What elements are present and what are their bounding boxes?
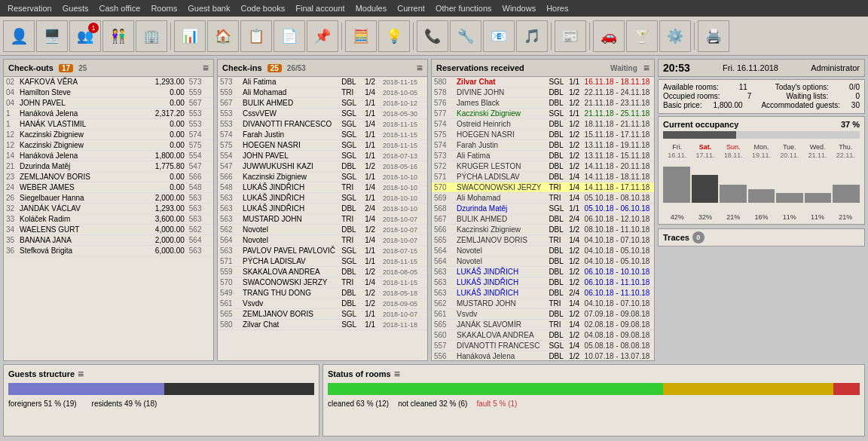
reservation-row[interactable]: 560 SKAKALOVA ANDREA DBL 1/2 04.08.18 - … [432,330,654,341]
reservation-row[interactable]: 566 Kaczinski Zbigniew DBL 1/2 08.10.18 … [432,225,654,235]
menu-modules[interactable]: Modules [351,2,392,14]
checkout-row[interactable]: 14 Hanáková Jelena 1,800.00 554 [4,151,213,161]
reservation-row[interactable]: 569 Ali Mohamad TRI 1/4 05.10.18 - 08.10… [432,193,654,204]
reservation-row[interactable]: 570 SWACONOWSKI JERZY TRI 1/4 14.11.18 -… [432,182,654,193]
menu-current[interactable]: Current [393,2,429,14]
checkin-row[interactable]: 562 Novotel DBL 1/2 2018-10-07 [218,225,427,235]
checkin-row[interactable]: 554 JOHN PAVEL SGL 1/1 2018-07-13 [218,151,427,161]
menu-code-books[interactable]: Code books [237,2,290,14]
checkout-row[interactable]: 02 KAFKOVÁ VĚRA 1,293.00 573 [4,77,213,87]
checkin-row[interactable]: 571 PÝCHA LADISLAV SGL 1/1 2018-11-15 [218,256,427,267]
reservation-row[interactable]: 557 DIVANOTTI FRANCESC SGL 1/4 05.08.18 … [432,341,654,351]
checkout-row[interactable]: 23 ZEMLJANOV BORIS 0.00 566 [4,172,213,182]
reservation-row[interactable]: 571 PÝCHA LADISLAV DBL 1/4 14.11.18 - 18… [432,172,654,182]
toolbar-company-btn[interactable]: 🏢 [136,20,167,52]
checkin-row[interactable]: 573 Ali Fatima DBL 1/2 2018-11-15 [218,77,427,87]
checkin-row[interactable]: 563 LUKÁŠ JINDŘICH SGL 1/1 2018-10-10 [218,193,427,204]
reservation-row[interactable]: 572 KRUGER LESTON DBL 1/2 14.11.18 - 20.… [432,161,654,172]
toolbar-mail-btn[interactable]: 📧 [483,20,515,52]
reservation-row[interactable]: 567 BULIK AHMED DBL 2/4 06.10.18 - 12.10… [432,214,654,225]
reservation-row[interactable]: 556 Hanáková Jelena DBL 1/2 10.07.18 - 1… [432,351,654,361]
reservation-row[interactable]: 564 Novotel DBL 1/2 04.10.18 - 05.10.18 [432,256,654,267]
toolbar-guest-btn[interactable]: 👤 [3,20,35,52]
reservation-row[interactable]: 580 Zilvar Chat SGL 1/1 16.11.18 - 18.11… [432,77,654,87]
checkin-row[interactable]: 559 SKAKALOVA ANDREA DBL 1/2 2018-08-05 [218,267,427,277]
reservation-row[interactable]: 574 Farah Justin DBL 1/2 13.11.18 - 19.1… [432,140,654,151]
reservation-row[interactable]: 563 LUKÁŠ JINDŘICH DBL 1/2 06.10.18 - 11… [432,277,654,288]
checkout-row[interactable]: 33 Koláček Radim 3,600.00 563 [4,214,213,225]
checkin-row[interactable]: 547 JUWWUKUSHI KAZI DBL 1/2 2018-05-16 [218,161,427,172]
toolbar-news-btn[interactable]: 📰 [555,20,586,52]
toolbar-chart-btn[interactable]: 📊 [174,20,206,52]
checkout-row[interactable]: 21 Dzurinda Matěj 1,775.80 547 [4,161,213,172]
toolbar-print-btn[interactable]: 🖨️ [698,20,729,52]
reservation-row[interactable]: 565 ZEMLJANOV BORIS TRI 1/4 04.10.18 - 0… [432,235,654,246]
checkin-row[interactable]: 548 LUKÁŠ JINDŘICH TRI 1/4 2018-10-10 [218,182,427,193]
checkout-row[interactable]: 24 WEBER JAMES 0.00 548 [4,182,213,193]
checkin-row[interactable]: 575 HOEGEN NASRI SGL 1/1 2018-11-15 [218,140,427,151]
checkin-row[interactable]: 564 Novotel TRI 1/4 2018-10-07 [218,235,427,246]
toolbar-home-btn[interactable]: 🏠 [207,20,239,52]
reservation-row[interactable]: 562 MUSTARD JOHN TRI 1/4 04.10.18 - 07.1… [432,299,654,309]
checkin-row[interactable]: 561 Vsvdv DBL 1/2 2018-09-05 [218,299,427,309]
reservation-row[interactable]: 568 Dzurinda Matěj SGL 1/1 05.10.18 - 06… [432,204,654,214]
reservation-row[interactable]: 561 Vsvdv DBL 1/2 07.09.18 - 09.08.18 [432,309,654,320]
toolbar-guests-btn[interactable]: 👥1 [69,20,101,52]
toolbar-tool-btn[interactable]: 🔧 [450,20,481,52]
toolbar-settings-btn[interactable]: ⚙️ [659,20,691,52]
menu-guests[interactable]: Guests [58,2,93,14]
toolbar-doc-btn[interactable]: 📄 [274,20,305,52]
toolbar-drink-btn[interactable]: 🍸 [626,20,658,52]
checkout-row[interactable]: 04 Hamilton Steve 0.00 559 [4,87,213,98]
menu-other-functions[interactable]: Other functions [431,2,497,14]
checkin-row[interactable]: 553 CssvVEW SGL 1/1 2018-05-30 [218,109,427,119]
checkout-row[interactable]: 36 Stefková Brigita 6,000.00 563 [4,246,213,256]
reservation-row[interactable]: 578 DIVINE JOHN DBL 1/2 22.11.18 - 24.11… [432,87,654,98]
reservation-row[interactable]: 563 LUKÁŠ JINDŘICH DBL 2/4 06.10.18 - 11… [432,288,654,299]
checkout-row[interactable]: 26 Siegelbauer Hanna 2,000.00 563 [4,193,213,204]
checkin-row[interactable]: 563 MUSTARD JOHN TRI 1/4 2018-10-07 [218,214,427,225]
menu-windows[interactable]: Windows [498,2,541,14]
checkin-row[interactable]: 570 SWACONOWSKI JERZY TRI 1/4 2018-11-15 [218,277,427,288]
toolbar-light-btn[interactable]: 💡 [378,20,410,52]
toolbar-pin-btn[interactable]: 📌 [307,20,338,52]
checkout-row[interactable]: 1 HANÁK VLASTIMIL 0.00 553 [4,119,213,130]
reservation-row[interactable]: 575 HOEGEN NASRI DBL 1/2 15.11.18 - 17.1… [432,130,654,140]
reservation-row[interactable]: 564 Novotel DBL 1/2 04.10.18 - 05.10.18 [432,246,654,256]
checkout-row[interactable]: 04 JOHN PAVEL 0.00 567 [4,98,213,109]
toolbar-car-btn[interactable]: 🚗 [593,20,625,52]
checkin-row[interactable]: 563 LUKÁŠ JINDŘICH DBL 2/4 2018-10-10 [218,204,427,214]
checkout-row[interactable]: 12 Kaczinski Zbigniew 0.00 574 [4,130,213,140]
menu-final-account[interactable]: Final account [291,2,349,14]
checkout-row[interactable]: 32 JANDÁK VÁCLAV 1,293.00 563 [4,204,213,214]
toolbar-screen-btn[interactable]: 🖥️ [36,20,68,52]
checkin-row[interactable]: 559 Ali Mohamad TRI 1/4 2018-10-05 [218,87,427,98]
guests-structure-menu-btn[interactable]: ≡ [78,368,84,380]
checkin-row[interactable]: 574 Farah Justin SGL 1/1 2018-11-15 [218,130,427,140]
checkin-row[interactable]: 580 Zilvar Chat SGL 1/1 2018-11-18 [218,320,427,330]
menu-cash-office[interactable]: Cash office [95,2,145,14]
toolbar-family-btn[interactable]: 👫 [102,20,134,52]
toolbar-list-btn[interactable]: 📋 [240,20,272,52]
checkin-row[interactable]: 565 ZEMLJANOV BORIS SGL 1/1 2018-10-07 [218,309,427,320]
menu-guest-bank[interactable]: Guest bank [183,2,234,14]
reservation-row[interactable]: 573 Ali Fatima DBL 1/2 13.11.18 - 15.11.… [432,151,654,161]
checkouts-menu-btn[interactable]: ≡ [203,62,209,74]
checkins-menu-btn[interactable]: ≡ [417,62,423,74]
reservation-row[interactable]: 577 Kaczinski Zbigniew SGL 1/1 21.11.18 … [432,109,654,119]
menu-hores[interactable]: Hores [542,2,573,14]
reservation-row[interactable]: 565 JANÁK SLAVOMÍR TRI 1/4 02.08.18 - 09… [432,320,654,330]
toolbar-music-btn[interactable]: 🎵 [516,20,548,52]
menu-reservation[interactable]: Reservation [3,2,57,14]
checkout-row[interactable]: 35 BANANA JANA 2,000.00 564 [4,235,213,246]
reservations-menu-btn[interactable]: ≡ [643,62,649,74]
rooms-status-menu-btn[interactable]: ≡ [394,368,400,380]
toolbar-calc-btn[interactable]: 🧮 [345,20,377,52]
checkin-row[interactable]: 567 BULIK AHMED SGL 1/1 2018-10-12 [218,98,427,109]
checkout-row[interactable]: 12 Kaczinski Zbigniew 0.00 575 [4,140,213,151]
reservation-row[interactable]: 574 Ostreid Heinrich DBL 1/2 18.11.18 - … [432,119,654,130]
reservation-row[interactable]: 563 LUKÁŠ JINDŘICH DBL 1/2 06.10.18 - 10… [432,267,654,277]
reservation-row[interactable]: 576 James Black DBL 1/2 21.11.18 - 23.11… [432,98,654,109]
checkin-row[interactable]: 553 DIVANOTTI FRANCESCO SGL 1/4 2018-11-… [218,119,427,130]
checkout-row[interactable]: 34 WAELENS GURT 4,000.00 562 [4,225,213,235]
